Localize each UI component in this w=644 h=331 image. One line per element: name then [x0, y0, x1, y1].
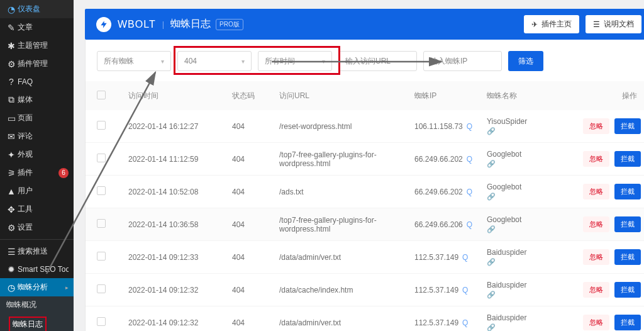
url-input[interactable]: 输入访问URL — [338, 51, 417, 71]
link-icon[interactable]: 🔗 — [487, 323, 496, 331]
page-title: 蜘蛛日志 — [170, 18, 211, 31]
link-icon[interactable]: 🔗 — [487, 225, 496, 233]
cell-time: 2022-01-14 09:12:32 — [128, 286, 232, 295]
sidebar-item-13[interactable]: ☰搜索推送 — [0, 242, 74, 261]
row-checkbox[interactable] — [97, 186, 106, 195]
row-checkbox[interactable] — [97, 154, 106, 162]
cell-spider: Baiduspider🔗 — [487, 313, 553, 331]
cell-url: /data/cache/index.htm — [279, 286, 414, 295]
info-icon[interactable]: Q — [462, 253, 468, 262]
select-all-checkbox[interactable] — [97, 91, 106, 99]
docs-button[interactable]: ☰ 说明文档 — [586, 15, 641, 33]
sidebar-item-1[interactable]: ✎文章 — [0, 18, 74, 36]
info-icon[interactable]: Q — [467, 220, 472, 229]
cell-url: /top7-free-gallery-plugins-for-wordpress… — [279, 216, 414, 233]
sidebar-item-7[interactable]: ✉评论 — [0, 127, 74, 145]
menu-label: 蜘蛛分析 — [18, 282, 65, 293]
sidebar-item-2[interactable]: ✱主题管理 — [0, 36, 74, 55]
menu-label: 页面 — [18, 113, 69, 123]
ignore-button[interactable]: 忽略 — [583, 315, 609, 330]
block-button[interactable]: 拦截 — [614, 282, 641, 298]
sidebar-item-3[interactable]: ⚙插件管理 — [0, 55, 74, 73]
chevron-right-icon: ▸ — [65, 284, 69, 291]
link-icon[interactable]: 🔗 — [487, 291, 496, 299]
sidebar-item-0[interactable]: ◔仪表盘 — [0, 0, 74, 18]
sidebar-item-6[interactable]: ▭页面 — [0, 109, 74, 127]
ignore-button[interactable]: 忽略 — [583, 151, 609, 167]
ignore-button[interactable]: 忽略 — [583, 282, 609, 298]
info-icon[interactable]: Q — [467, 188, 472, 196]
cell-time: 2022-01-14 16:12:27 — [128, 122, 232, 131]
menu-label: 主题管理 — [18, 40, 69, 51]
block-button[interactable]: 拦截 — [614, 184, 641, 199]
info-icon[interactable]: Q — [467, 155, 472, 164]
sidebar-item-14[interactable]: ✹Smart SEO Tool — [0, 261, 74, 278]
cell-spider: Googlebot🔗 — [487, 215, 553, 233]
sidebar-item-12[interactable]: ⚙设置 — [0, 218, 74, 237]
cell-url: /data/admin/ver.txt — [279, 253, 414, 262]
menu-icon: ✦ — [5, 150, 18, 160]
row-checkbox[interactable] — [97, 219, 106, 228]
info-icon[interactable]: Q — [462, 286, 468, 295]
ignore-button[interactable]: 忽略 — [583, 249, 609, 265]
cell-url: /reset-wordpress.html — [279, 122, 414, 131]
block-button[interactable]: 拦截 — [614, 216, 641, 232]
cell-ops: 忽略拦截 — [553, 315, 641, 330]
submenu-label: 蜘蛛日志 — [13, 320, 43, 328]
link-icon[interactable]: 🔗 — [487, 160, 496, 168]
pro-badge: PRO版 — [216, 19, 243, 30]
menu-label: 搜索推送 — [18, 246, 69, 257]
cell-ip: 66.249.66.202Q — [414, 188, 487, 196]
menu-icon: ⚙ — [5, 223, 18, 233]
block-button[interactable]: 拦截 — [614, 118, 641, 134]
ignore-button[interactable]: 忽略 — [583, 118, 609, 134]
menu-icon: ✱ — [5, 41, 18, 51]
row-checkbox[interactable] — [97, 121, 106, 130]
row-checkbox[interactable] — [97, 284, 106, 293]
plugin-home-button[interactable]: ✈ 插件主页 — [524, 15, 579, 33]
link-icon[interactable]: 🔗 — [487, 258, 496, 266]
admin-sidebar: ◔仪表盘✎文章✱主题管理⚙插件管理?FAQ⧉媒体▭页面✉评论✦外观⚞插件6▲用户… — [0, 0, 74, 331]
submenu-item-1[interactable]: 蜘蛛日志 — [0, 313, 74, 331]
sidebar-item-15[interactable]: ◷蜘蛛分析▸ — [0, 278, 74, 296]
filter-button[interactable]: 筛选 — [508, 51, 543, 71]
sidebar-item-8[interactable]: ✦外观 — [0, 145, 74, 164]
ignore-button[interactable]: 忽略 — [583, 184, 609, 199]
spider-select[interactable]: 所有蜘蛛 ▾ — [97, 51, 171, 71]
time-select[interactable]: 所有时间 ▾ — [258, 51, 332, 71]
status-select[interactable]: 404 ▾ — [177, 51, 252, 71]
brand-name: WBOLT — [118, 19, 156, 30]
cell-spider: Googlebot🔗 — [487, 150, 553, 168]
row-checkbox[interactable] — [97, 317, 106, 326]
menu-icon: ✹ — [5, 264, 18, 274]
menu-icon: ◔ — [5, 4, 18, 14]
col-status: 状态码 — [232, 91, 279, 101]
ip-input[interactable]: 输入蜘蛛IP — [423, 51, 502, 71]
main-area: WBOLT | 蜘蛛日志 PRO版 ✈ 插件主页 ☰ 说明文档 所有蜘蛛 ▾ 4… — [74, 0, 644, 331]
chevron-down-icon: ▾ — [242, 58, 245, 65]
info-icon[interactable]: Q — [462, 318, 468, 327]
sidebar-item-9[interactable]: ⚞插件6 — [0, 164, 74, 182]
cell-time: 2022-01-14 11:12:59 — [128, 155, 232, 164]
sidebar-item-10[interactable]: ▲用户 — [0, 182, 74, 200]
row-checkbox[interactable] — [97, 252, 106, 261]
info-icon[interactable]: Q — [467, 122, 472, 131]
menu-label: 媒体 — [18, 94, 69, 105]
link-icon[interactable]: 🔗 — [487, 193, 496, 201]
submenu-item-0[interactable]: 蜘蛛概况 — [0, 296, 74, 313]
block-button[interactable]: 拦截 — [614, 315, 641, 330]
cell-status: 404 — [232, 253, 279, 262]
link-icon[interactable]: 🔗 — [487, 127, 496, 135]
cell-ops: 忽略拦截 — [553, 118, 641, 134]
ignore-button[interactable]: 忽略 — [583, 216, 609, 232]
block-button[interactable]: 拦截 — [614, 249, 641, 265]
block-button[interactable]: 拦截 — [614, 151, 641, 167]
cell-ops: 忽略拦截 — [553, 282, 641, 298]
col-ops: 操作 — [553, 91, 641, 101]
sidebar-item-11[interactable]: ✥工具 — [0, 200, 74, 218]
sidebar-item-4[interactable]: ?FAQ — [0, 73, 74, 91]
cell-status: 404 — [232, 286, 279, 295]
menu-icon: ⧉ — [5, 94, 18, 105]
sidebar-item-5[interactable]: ⧉媒体 — [0, 91, 74, 109]
filters-row: 所有蜘蛛 ▾ 404 ▾ 所有时间 ▾ 输入访问URL 输入蜘蛛IP 筛选 — [86, 40, 644, 81]
